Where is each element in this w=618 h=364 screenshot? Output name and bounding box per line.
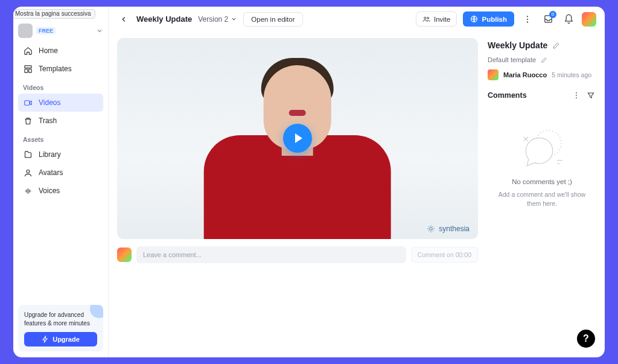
page-title: Weekly Update bbox=[136, 14, 192, 24]
comments-header: Comments bbox=[488, 91, 527, 100]
voices-icon bbox=[23, 186, 33, 196]
upgrade-button-label: Upgrade bbox=[53, 336, 80, 343]
upgrade-card: Upgrade for advanced features & more min… bbox=[18, 305, 103, 351]
plan-badge: FREE bbox=[36, 27, 56, 34]
chevron-left-icon bbox=[119, 15, 128, 24]
sidebar-item-label: Avatars bbox=[39, 168, 63, 177]
edit-title-button[interactable] bbox=[552, 42, 560, 49]
video-player[interactable]: synthesia bbox=[117, 38, 478, 239]
svg-rect-2 bbox=[28, 69, 31, 72]
svg-point-14 bbox=[576, 95, 577, 96]
svg-point-5 bbox=[424, 17, 426, 19]
version-label: Version 2 bbox=[198, 15, 228, 24]
svg-rect-1 bbox=[24, 69, 27, 72]
avatars-icon bbox=[23, 168, 33, 177]
inbox-button[interactable]: 0 bbox=[541, 12, 555, 27]
watermark-text: synthesia bbox=[439, 225, 470, 233]
watermark: synthesia bbox=[427, 225, 470, 233]
details-title: Weekly Update bbox=[488, 40, 547, 50]
sidebar-item-label: Voices bbox=[39, 187, 60, 195]
svg-point-10 bbox=[527, 21, 528, 22]
template-label: Default template bbox=[488, 56, 536, 63]
comments-empty-title: No comments yet ;) bbox=[512, 178, 572, 185]
composer-avatar bbox=[117, 247, 132, 262]
app-shell: Mostra la pagina successiva FREE Home Te… bbox=[13, 7, 605, 357]
upgrade-button[interactable]: Upgrade bbox=[24, 332, 97, 346]
synthesia-logo-icon bbox=[427, 225, 435, 233]
content-row: synthesia Comment on 00:00 Weekly Update bbox=[109, 32, 605, 357]
user-avatar[interactable] bbox=[582, 12, 596, 27]
main: Weekly Update Version 2 Open in editor I… bbox=[109, 7, 605, 357]
comments-empty-state: No comments yet ;) Add a comment and we'… bbox=[488, 125, 596, 208]
bell-icon bbox=[564, 14, 574, 24]
sidebar-item-trash[interactable]: Trash bbox=[18, 112, 103, 130]
comment-timestamp-button[interactable]: Comment on 00:00 bbox=[411, 247, 478, 263]
upgrade-text: Upgrade for advanced features & more min… bbox=[24, 311, 91, 327]
svg-point-13 bbox=[576, 92, 577, 94]
svg-rect-3 bbox=[24, 100, 29, 105]
people-icon bbox=[422, 15, 430, 23]
video-column: synthesia Comment on 00:00 bbox=[117, 38, 478, 349]
sidebar-item-label: Templates bbox=[39, 65, 72, 73]
notifications-button[interactable] bbox=[561, 12, 576, 27]
svg-point-4 bbox=[27, 170, 30, 173]
comment-composer: Comment on 00:00 bbox=[117, 246, 478, 263]
invite-button[interactable]: Invite bbox=[416, 11, 457, 27]
more-options-button[interactable] bbox=[520, 12, 535, 27]
trash-icon bbox=[23, 116, 33, 126]
tooltip-next-page: Mostra la pagina successiva bbox=[13, 9, 95, 19]
video-icon bbox=[23, 98, 33, 107]
author-avatar bbox=[488, 69, 499, 80]
pencil-icon bbox=[552, 42, 560, 49]
kebab-icon bbox=[572, 91, 581, 100]
svg-point-8 bbox=[527, 16, 528, 17]
svg-point-12 bbox=[430, 228, 433, 231]
invite-label: Invite bbox=[434, 16, 451, 23]
sidebar-item-home[interactable]: Home bbox=[18, 42, 103, 60]
sidebar: Mostra la pagina successiva FREE Home Te… bbox=[13, 7, 109, 357]
templates-icon bbox=[23, 64, 33, 74]
edit-template-button[interactable] bbox=[541, 57, 547, 63]
workspace-switcher[interactable]: FREE bbox=[18, 24, 103, 38]
comments-filter-button[interactable] bbox=[585, 90, 596, 101]
svg-point-6 bbox=[427, 18, 429, 19]
open-in-editor-button[interactable]: Open in editor bbox=[243, 12, 302, 27]
sidebar-item-templates[interactable]: Templates bbox=[18, 60, 103, 78]
help-button[interactable]: ? bbox=[577, 330, 595, 348]
author-timestamp: 5 minutes ago bbox=[552, 71, 591, 78]
inbox-badge: 0 bbox=[549, 11, 556, 18]
sidebar-section-assets: Assets bbox=[18, 130, 103, 145]
home-icon bbox=[23, 46, 33, 56]
author-row: Maria Ruocco 5 minutes ago bbox=[488, 69, 596, 80]
filter-icon bbox=[587, 91, 595, 100]
comments-more-button[interactable] bbox=[571, 90, 582, 101]
chat-bubbles-icon bbox=[515, 125, 569, 173]
kebab-icon bbox=[523, 14, 532, 24]
play-button[interactable] bbox=[283, 124, 312, 153]
svg-rect-0 bbox=[24, 65, 31, 68]
chevron-down-icon bbox=[231, 16, 237, 22]
sidebar-item-label: Home bbox=[39, 46, 58, 55]
author-name: Maria Ruocco bbox=[503, 71, 547, 78]
svg-point-15 bbox=[576, 97, 577, 98]
library-icon bbox=[23, 150, 33, 159]
sidebar-item-avatars[interactable]: Avatars bbox=[18, 164, 103, 182]
back-button[interactable] bbox=[117, 13, 130, 26]
publish-button[interactable]: Publish bbox=[463, 11, 514, 27]
sidebar-item-videos[interactable]: Videos bbox=[18, 94, 103, 112]
topbar: Weekly Update Version 2 Open in editor I… bbox=[109, 7, 605, 32]
version-selector[interactable]: Version 2 bbox=[198, 15, 237, 24]
sidebar-item-voices[interactable]: Voices bbox=[18, 182, 103, 200]
chevron-down-icon bbox=[96, 27, 103, 34]
comment-input[interactable] bbox=[136, 246, 406, 263]
globe-icon bbox=[470, 15, 478, 23]
comments-empty-sub: Add a comment and we'll show them here. bbox=[494, 190, 590, 208]
bolt-icon bbox=[42, 336, 49, 343]
sidebar-section-videos: Videos bbox=[18, 78, 103, 94]
sidebar-item-library[interactable]: Library bbox=[18, 145, 103, 164]
pencil-icon bbox=[541, 57, 547, 63]
svg-point-9 bbox=[527, 18, 528, 19]
sidebar-item-label: Trash bbox=[39, 117, 57, 125]
workspace-avatar bbox=[18, 24, 33, 38]
publish-label: Publish bbox=[482, 16, 507, 23]
